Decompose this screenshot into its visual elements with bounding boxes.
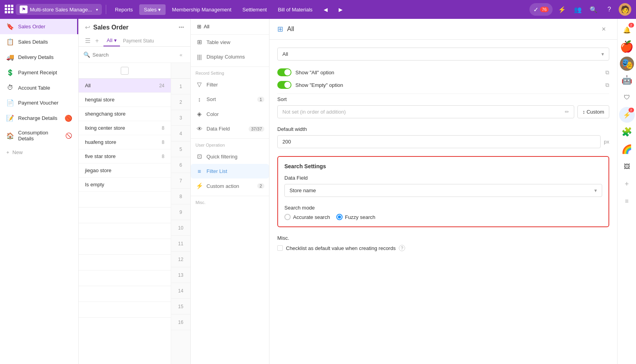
- notification-badge: 2: [629, 23, 634, 28]
- list-icon[interactable]: ☰: [85, 37, 90, 44]
- sidebar-item-payment-voucher[interactable]: 📄 Payment Voucher: [0, 95, 78, 110]
- search-input[interactable]: [92, 52, 174, 58]
- filter-display-columns[interactable]: ||| Display Columns: [191, 50, 269, 64]
- help-icon-btn[interactable]: ?: [603, 3, 616, 16]
- select-all-checkbox[interactable]: [121, 67, 129, 75]
- sidebar-item-delivery-details[interactable]: 🚚 Delivery Details: [0, 50, 78, 65]
- width-input-row: px: [277, 135, 609, 148]
- show-empty-option-row: Show "Empty" option ⧉: [277, 81, 609, 89]
- store-item-shengchang[interactable]: shengchang store: [79, 107, 171, 121]
- custom-sort-button[interactable]: ↕ Custom: [577, 105, 609, 118]
- settings-title: All: [287, 26, 594, 33]
- store-item-hengtai[interactable]: hengtai store: [79, 93, 171, 107]
- nav-membership[interactable]: Membership Management: [167, 4, 236, 15]
- filter-quick-filtering[interactable]: ⊡ Quick filtering: [191, 149, 269, 164]
- store-item-lixing[interactable]: lixing center store 8: [79, 121, 171, 135]
- rs-avatar-1[interactable]: 🍎: [620, 39, 634, 53]
- settings-close-button[interactable]: ×: [598, 24, 609, 35]
- accurate-radio[interactable]: [284, 214, 291, 220]
- user-avatar[interactable]: 🧑: [619, 3, 631, 16]
- filter-table-view[interactable]: ⊞ Table view: [191, 35, 269, 50]
- filter-custom-action[interactable]: ⚡ Custom action 2: [191, 178, 269, 193]
- middle-more-icon[interactable]: •••: [179, 24, 184, 30]
- nav-arrow-right[interactable]: ▶: [334, 4, 347, 15]
- logo-icon: [20, 6, 28, 13]
- store-item-all[interactable]: All 24: [79, 79, 171, 93]
- store-item-isempty[interactable]: Is empty: [79, 178, 171, 192]
- copy-icon-all[interactable]: ⧉: [605, 69, 609, 76]
- rs-notification-icon[interactable]: 🔔 2: [619, 22, 635, 38]
- table-view-icon: ⊞: [195, 39, 203, 46]
- rs-rainbow-icon[interactable]: 🌈: [619, 142, 635, 157]
- rs-menu-icon[interactable]: ≡: [619, 193, 635, 209]
- add-tab-icon[interactable]: +: [95, 37, 99, 44]
- store-item-jiegao[interactable]: jiegao store: [79, 164, 171, 178]
- all-dropdown[interactable]: All ▾: [277, 48, 609, 61]
- checklist-label: Checklist as default value when creating…: [286, 245, 396, 251]
- fuzzy-radio[interactable]: [336, 214, 343, 220]
- filter-sort[interactable]: ↕ Sort 1: [191, 92, 269, 107]
- sort-input-field[interactable]: Not set (in order of addition) ✏: [277, 105, 574, 118]
- nav-settlement[interactable]: Settlement: [238, 4, 271, 15]
- sidebar-item-consumption-details[interactable]: 🏠 Consumption Details 🚫: [0, 126, 78, 145]
- sidebar-item-sales-details[interactable]: 📋 Sales Details: [0, 34, 78, 50]
- plus-icon: +: [6, 149, 9, 155]
- copy-icon-empty[interactable]: ⧉: [605, 82, 609, 88]
- width-input-field[interactable]: [277, 135, 601, 148]
- pencil-icon[interactable]: ✏: [565, 109, 569, 115]
- sidebar-item-account-table[interactable]: ⏱ Account Table: [0, 80, 78, 95]
- search-icon: 🔍: [83, 51, 90, 58]
- checklist-checkbox[interactable]: [277, 245, 283, 251]
- store-item-empty-11: [79, 223, 171, 239]
- lightning-icon-btn[interactable]: ⚡: [556, 3, 568, 16]
- collapse-icon[interactable]: «: [176, 50, 186, 59]
- store-item-fivestar[interactable]: five star store 8: [79, 149, 171, 164]
- filter-filter[interactable]: ▽ Filter: [191, 77, 269, 92]
- store-count-all: 24: [159, 83, 164, 88]
- display-columns-icon: |||: [195, 53, 203, 60]
- default-width-label: Default width: [277, 126, 609, 132]
- sidebar-item-recharge-details[interactable]: 📝 Recharge Details 🚫: [0, 110, 78, 126]
- settings-body: All ▾ Show "All" option ⧉: [269, 40, 617, 364]
- accurate-search-option[interactable]: Accurate search: [284, 214, 330, 220]
- users-icon-btn[interactable]: 👥: [571, 3, 584, 16]
- filter-panel-header: ⊞ All: [191, 19, 269, 35]
- fuzzy-search-option[interactable]: Fuzzy search: [336, 214, 375, 220]
- filter-filter-list[interactable]: ≡ Filter List: [191, 164, 269, 178]
- store-count-lixing: 8: [162, 125, 164, 131]
- rs-add-icon[interactable]: +: [619, 176, 635, 192]
- quick-filtering-icon: ⊡: [195, 153, 203, 160]
- help-circle-icon[interactable]: ?: [399, 245, 405, 251]
- lightning-icon: ⚡: [558, 6, 566, 13]
- rs-shield-icon[interactable]: 🛡: [619, 90, 635, 105]
- filter-color[interactable]: ◈ Color: [191, 107, 269, 121]
- rs-puzzle-icon[interactable]: 🧩: [619, 124, 635, 140]
- rs-avatar-2[interactable]: 🎭: [620, 57, 634, 71]
- show-all-toggle[interactable]: [277, 68, 291, 76]
- store-item-huafeng[interactable]: huafeng store 8: [79, 135, 171, 149]
- sidebar-new-button[interactable]: + New: [0, 145, 78, 159]
- tab-all[interactable]: All ▾: [103, 35, 120, 46]
- sidebar-item-payment-receipt[interactable]: 💲 Payment Receipt: [0, 65, 78, 80]
- nav-bill-of-materials[interactable]: Bill of Materials: [273, 4, 317, 15]
- app-grid-icon[interactable]: [5, 5, 14, 14]
- nav-reports[interactable]: Reports: [110, 4, 138, 15]
- filter-data-field[interactable]: 👁 Data Field 37/37: [191, 121, 269, 136]
- search-data-field-dropdown[interactable]: Store name ▾: [284, 184, 602, 197]
- check-icon: ✓: [533, 6, 538, 13]
- rs-photo-icon[interactable]: 🖼: [619, 159, 635, 175]
- store-item-empty-16: [79, 302, 171, 318]
- rs-lightning-icon[interactable]: ⚡ 2: [619, 107, 635, 123]
- header-back-icon[interactable]: ↩: [85, 24, 90, 31]
- app-logo[interactable]: Multi-store Sales Manage... ▾: [16, 4, 102, 15]
- nav-sales[interactable]: Sales ▾: [139, 4, 166, 15]
- search-icon-btn[interactable]: 🔍: [587, 3, 600, 16]
- sidebar-item-sales-order[interactable]: 🔖 Sales Order: [0, 19, 78, 34]
- check-icon-btn[interactable]: ✓ 76: [529, 3, 553, 16]
- nav-arrow-left[interactable]: ◀: [319, 4, 332, 15]
- rs-vault-icon[interactable]: 🤖: [619, 72, 635, 88]
- show-empty-toggle[interactable]: [277, 81, 291, 89]
- avatar-2-img: 🎭: [620, 57, 634, 71]
- row-14: 14: [171, 283, 190, 299]
- search-data-field-value: Store name: [289, 188, 594, 193]
